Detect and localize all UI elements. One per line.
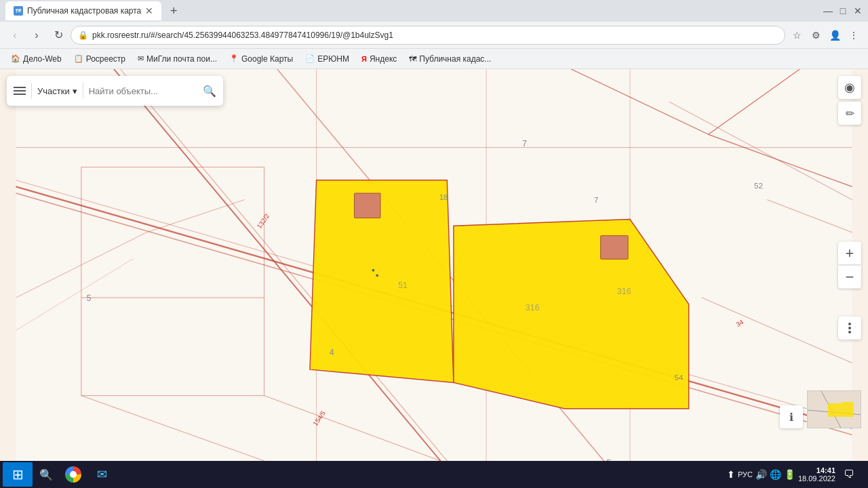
svg-text:316: 316 [526, 303, 540, 312]
svg-rect-54 [842, 402, 854, 417]
maximize-button[interactable]: □ [838, 6, 848, 16]
tab-favicon: 🗺 [14, 6, 23, 16]
chevron-down-icon: ▾ [73, 86, 77, 96]
svg-point-48 [372, 269, 374, 272]
refresh-button[interactable]: ↻ [49, 26, 68, 45]
bookmark-label-migly: МиГли почта пои... [146, 54, 217, 64]
address-bar[interactable]: 🔒 pkk.rosreestr.ru/#/search/45.256399440… [71, 26, 785, 45]
svg-text:54: 54 [675, 373, 684, 382]
new-tab-button[interactable]: + [164, 1, 183, 20]
start-button[interactable]: ⊞ [3, 462, 33, 487]
svg-text:4: 4 [330, 348, 334, 357]
bookmark-rosreestr[interactable]: 📋 Росреестр [68, 53, 131, 65]
svg-text:316: 316 [617, 287, 631, 296]
svg-text:51: 51 [398, 281, 408, 290]
dot-1 [848, 323, 851, 325]
bookmark-delo-web[interactable]: 🏠 Дело-Web [5, 53, 67, 65]
bookmarks-bar: 🏠 Дело-Web 📋 Росреестр ✉ МиГли почта пои… [0, 49, 868, 69]
taskbar-app-chrome[interactable] [60, 462, 87, 487]
lock-icon: 🔒 [78, 30, 88, 40]
tab-title: Публичная кадастровая карта [27, 6, 141, 16]
tray-icon-1[interactable]: ⬆ [727, 469, 735, 480]
back-button[interactable]: ‹ [5, 26, 24, 45]
bookmark-favicon-pkk: 🗺 [409, 55, 416, 63]
nav-actions: ☆ ⚙ 👤 ⋮ [788, 26, 863, 44]
bookmark-label-eryunm: ЕРЮНМ [317, 54, 349, 64]
bookmark-google-maps[interactable]: 📍 Google Карты [224, 53, 298, 65]
bookmark-star-button[interactable]: ☆ [788, 26, 806, 44]
more-options-button[interactable] [838, 317, 861, 340]
minimap-inner [808, 391, 861, 428]
svg-text:7: 7 [594, 196, 598, 204]
hamburger-menu-button[interactable] [14, 87, 26, 95]
minimize-button[interactable]: — [823, 6, 833, 16]
window-controls: — □ ✕ [823, 6, 863, 16]
search-type-label: Участки [37, 86, 70, 96]
taskbar-app-mail[interactable]: ✉ [88, 462, 115, 487]
browser-window: 🗺 Публичная кадастровая карта ✕ + — □ ✕ … [0, 0, 868, 488]
search-button[interactable]: 🔍 [203, 85, 216, 98]
tray-icons: ⬆ РУС 🔊 🌐 🔋 [727, 469, 795, 480]
nav-bar: ‹ › ↻ 🔒 pkk.rosreestr.ru/#/search/45.256… [0, 22, 868, 49]
title-bar: 🗺 Публичная кадастровая карта ✕ + — □ ✕ [0, 0, 868, 22]
bookmark-favicon-yandex: Я [361, 55, 367, 63]
bookmark-label-yandex: Яндекс [370, 54, 397, 64]
zoom-controls: + − [838, 242, 861, 289]
browser-tab[interactable]: 🗺 Публичная кадастровая карта ✕ [5, 1, 161, 20]
tray-icon-language[interactable]: РУС [738, 470, 753, 479]
svg-point-49 [376, 274, 378, 277]
svg-text:7: 7 [522, 139, 527, 148]
chrome-icon [65, 466, 81, 483]
bookmark-favicon-rosreestr: 📋 [74, 54, 83, 63]
search-divider-2 [83, 83, 83, 99]
bookmark-label-rosreestr: Росреестр [86, 54, 125, 64]
address-text: pkk.rosreestr.ru/#/search/45.25639944063… [92, 30, 778, 40]
dot-3 [848, 331, 851, 333]
system-tray: ⬆ РУС 🔊 🌐 🔋 14:41 18.09.2022 🗨 [722, 462, 865, 487]
bookmark-label-delo: Дело-Web [23, 54, 62, 64]
forward-button[interactable]: › [27, 26, 46, 45]
bookmark-label-pkk: Публичная кадас... [419, 54, 491, 64]
clock-date: 18.09.2022 [798, 474, 835, 483]
svg-text:52: 52 [754, 182, 763, 190]
clock-time: 14:41 [798, 466, 835, 474]
bookmark-yandex[interactable]: Я Яндекс [356, 53, 402, 65]
zoom-out-button[interactable]: − [838, 266, 861, 289]
info-button[interactable]: ℹ [780, 405, 803, 428]
system-clock[interactable]: 14:41 18.09.2022 [798, 466, 835, 483]
bookmark-migly[interactable]: ✉ МиГли почта пои... [132, 53, 222, 65]
tray-icon-network[interactable]: 🌐 [770, 469, 781, 480]
extensions-button[interactable]: ⚙ [807, 26, 825, 44]
notification-button[interactable]: 🗨 [838, 462, 860, 487]
dot-2 [848, 327, 851, 329]
layers-button[interactable]: ◉ [838, 76, 861, 99]
bookmark-favicon-eryunm: 📄 [305, 54, 315, 63]
tray-icon-volume[interactable]: 🔊 [755, 469, 767, 480]
taskbar: ⊞ 🔍 ✉ ⬆ РУС 🔊 🌐 🔋 14:41 18.09.2022 🗨 [0, 461, 868, 488]
map-container[interactable]: 7 18 7 52 5 4 51 316 316 54 5 2 5 [0, 69, 868, 461]
svg-text:5: 5 [606, 458, 611, 461]
bookmark-pkk[interactable]: 🗺 Публичная кадас... [403, 53, 496, 65]
svg-text:18: 18 [439, 193, 448, 201]
search-panel: Участки ▾ 🔍 [7, 76, 223, 106]
search-input[interactable] [89, 86, 197, 96]
svg-rect-30 [601, 236, 628, 260]
svg-rect-53 [828, 403, 842, 417]
edit-button[interactable]: ✏ [838, 102, 861, 125]
profile-button[interactable]: 👤 [826, 26, 844, 44]
map-svg: 7 18 7 52 5 4 51 316 316 54 5 2 5 [0, 69, 868, 461]
tab-close-button[interactable]: ✕ [145, 5, 153, 16]
bookmark-favicon-migly: ✉ [138, 54, 144, 63]
close-button[interactable]: ✕ [853, 6, 863, 16]
bookmark-favicon-google: 📍 [229, 54, 239, 63]
tray-icon-battery[interactable]: 🔋 [784, 469, 795, 480]
menu-button[interactable]: ⋮ [845, 26, 863, 44]
minimap[interactable] [807, 390, 861, 428]
bookmark-label-google: Google Карты [241, 54, 293, 64]
svg-text:5: 5 [87, 293, 92, 303]
right-toolbar: ◉ ✏ [838, 76, 861, 125]
search-type-dropdown[interactable]: Участки ▾ [37, 86, 77, 96]
taskbar-search-button[interactable]: 🔍 [34, 462, 58, 487]
zoom-in-button[interactable]: + [838, 242, 861, 265]
bookmark-eryunm[interactable]: 📄 ЕРЮНМ [300, 53, 355, 65]
